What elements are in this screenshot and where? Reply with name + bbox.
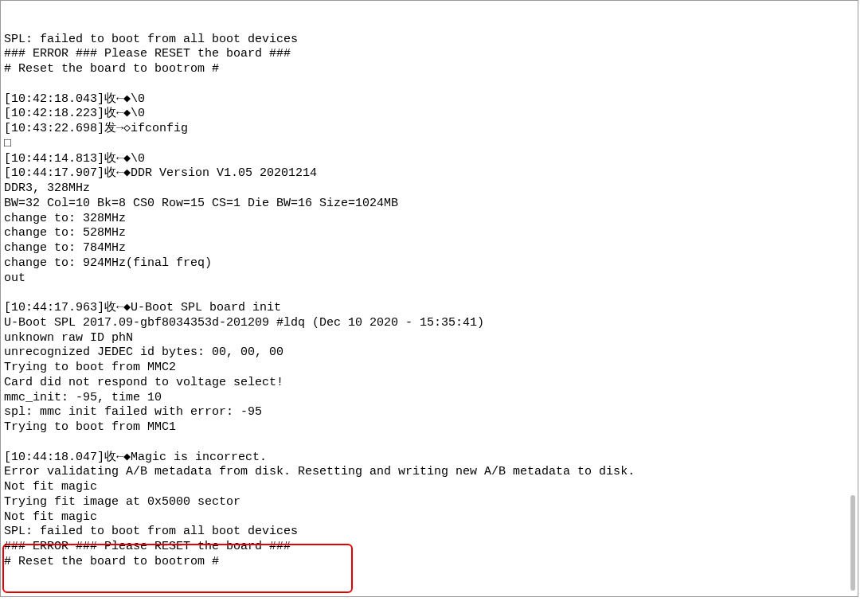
terminal-line: out [4, 271, 854, 287]
terminal-line: SPL: failed to boot from all boot device… [4, 33, 854, 48]
terminal-line: SPL: failed to boot from all boot device… [4, 525, 854, 540]
terminal-line: mmc_init: -95, time 10 [4, 391, 854, 406]
terminal-line: Trying to boot from MMC1 [4, 420, 854, 435]
terminal-line [4, 435, 854, 451]
terminal-line: ### ERROR ### Please RESET the board ### [4, 540, 854, 555]
terminal-line: Trying fit image at 0x5000 sector [4, 495, 854, 510]
terminal-line: [10:44:18.047]收←◆Magic is incorrect. [4, 451, 854, 466]
terminal-line: [10:42:18.043]收←◆\0 [4, 92, 854, 107]
terminal-lines: SPL: failed to boot from all boot device… [4, 33, 854, 570]
terminal-line: spl: mmc init failed with error: -95 [4, 405, 854, 420]
terminal-line: [10:43:22.698]发→◇ifconfig [4, 122, 854, 137]
terminal-line: ### ERROR ### Please RESET the board ### [4, 47, 854, 62]
terminal-line: change to: 784MHz [4, 241, 854, 256]
terminal-line: DDR3, 328MHz [4, 182, 854, 197]
terminal-line: unknown raw ID phN [4, 331, 854, 346]
terminal-line [4, 286, 854, 301]
terminal-line: # Reset the board to bootrom # [4, 62, 854, 77]
terminal-line: □ [4, 137, 854, 152]
terminal-line: Error validating A/B metadata from disk.… [4, 465, 854, 480]
terminal-line: change to: 924MHz(final freq) [4, 256, 854, 271]
terminal-line: U-Boot SPL 2017.09-gbf8034353d-201209 #l… [4, 316, 854, 331]
terminal-line: [10:44:17.963]收←◆U-Boot SPL board init [4, 301, 854, 316]
terminal-line: Card did not respond to voltage select! [4, 376, 854, 391]
terminal-line: Trying to boot from MMC2 [4, 361, 854, 376]
terminal-line: change to: 528MHz [4, 226, 854, 241]
terminal-line: change to: 328MHz [4, 212, 854, 227]
scrollbar-thumb[interactable] [850, 495, 855, 591]
terminal-line: [10:44:17.907]收←◆DDR Version V1.05 20201… [4, 166, 854, 182]
terminal-line: Not fit magic [4, 480, 854, 495]
terminal-line: Not fit magic [4, 510, 854, 525]
terminal-line: [10:42:18.223]收←◆\0 [4, 107, 854, 122]
terminal-line: unrecognized JEDEC id bytes: 00, 00, 00 [4, 345, 854, 361]
scrollbar-track[interactable] [849, 2, 855, 597]
serial-terminal-output[interactable]: SPL: failed to boot from all boot device… [0, 0, 858, 597]
terminal-line: BW=32 Col=10 Bk=8 CS0 Row=15 CS=1 Die BW… [4, 197, 854, 212]
terminal-line [4, 77, 854, 92]
terminal-line: # Reset the board to bootrom # [4, 555, 854, 570]
terminal-line: [10:44:14.813]收←◆\0 [4, 152, 854, 167]
